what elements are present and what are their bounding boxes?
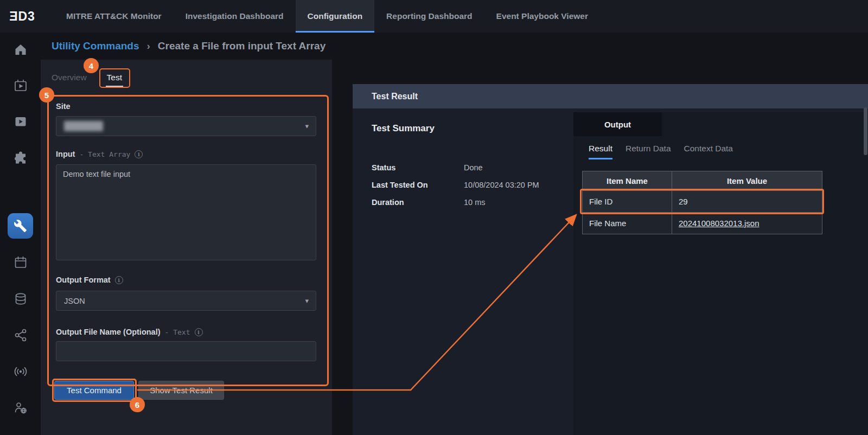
input-label: Input - Text Array i xyxy=(56,150,143,158)
file-name-name-cell: File Name xyxy=(583,213,672,234)
summary-row-last-tested: Last Tested On 10/08/2024 03:20 PM xyxy=(372,181,539,198)
tab-output[interactable]: Output xyxy=(573,112,662,136)
nav-item-investigation-dashboard[interactable]: Investigation Dashboard xyxy=(174,0,296,33)
connections-share-icon[interactable] xyxy=(12,327,29,343)
nav-item-reporting-dashboard[interactable]: Reporting Dashboard xyxy=(374,0,484,33)
sub-tab-return-data[interactable]: Return Data xyxy=(626,144,671,159)
input-type-hint: - Text Array xyxy=(79,150,130,158)
input-textarea[interactable]: Demo text file input xyxy=(56,164,316,260)
output-file-name-label: Output File Name (Optional) - Text i xyxy=(56,328,203,336)
tab-test[interactable]: Test xyxy=(106,73,123,87)
chevron-down-icon: ▾ xyxy=(305,122,309,130)
summary-row-status: Status Done xyxy=(372,163,539,181)
scrollbar-thumb[interactable] xyxy=(864,107,867,155)
table-row-file-id: File ID 29 xyxy=(583,191,822,213)
test-result-title: Test Result xyxy=(372,92,418,101)
integrations-puzzle-icon[interactable] xyxy=(12,149,29,166)
breadcrumb-separator-icon: › xyxy=(147,40,150,52)
schedule-calendar-icon[interactable] xyxy=(12,254,29,271)
result-table-header-row: Item Name Item Value xyxy=(583,171,822,191)
file-name-value-cell: 20241008032013.json xyxy=(672,213,822,234)
panel-tabs: Overview Test xyxy=(52,73,123,87)
main-nav: MITRE ATT&CK Monitor Investigation Dashb… xyxy=(54,0,600,33)
site-label: Site xyxy=(56,102,71,111)
nav-item-configuration[interactable]: Configuration xyxy=(296,0,375,33)
top-navigation: ƎD3 MITRE ATT&CK Monitor Investigation D… xyxy=(0,0,868,33)
column-header-item-name: Item Name xyxy=(583,171,672,191)
test-command-button[interactable]: Test Command xyxy=(54,381,134,400)
tab-overview[interactable]: Overview xyxy=(52,73,87,87)
column-header-item-value: Item Value xyxy=(672,171,822,191)
breadcrumb-utility-commands[interactable]: Utility Commands xyxy=(52,40,139,52)
test-summary-rows: Status Done Last Tested On 10/08/2024 03… xyxy=(372,163,539,215)
output-format-value: JSON xyxy=(64,297,85,305)
event-monitor-icon[interactable] xyxy=(12,77,29,94)
live-broadcast-icon[interactable] xyxy=(12,363,29,380)
geo-user-icon[interactable] xyxy=(12,399,29,416)
test-summary-title: Test Summary xyxy=(372,123,435,134)
nav-item-mitre-attck-monitor[interactable]: MITRE ATT&CK Monitor xyxy=(54,0,174,33)
breadcrumb: Utility Commands › Create a File from in… xyxy=(0,33,868,60)
nav-item-event-playbook-viewer[interactable]: Event Playbook Viewer xyxy=(484,0,600,33)
info-icon[interactable]: i xyxy=(135,150,143,158)
icon-sidebar xyxy=(0,33,41,435)
show-test-result-button[interactable]: Show Test Result xyxy=(138,381,224,400)
playbook-viewer-icon[interactable] xyxy=(12,113,29,130)
data-management-database-icon[interactable] xyxy=(12,290,29,307)
site-value-redacted xyxy=(64,121,103,131)
test-result-panel: Test Result Test Summary Status Done Las… xyxy=(353,84,868,435)
sub-tab-context-data[interactable]: Context Data xyxy=(684,144,733,159)
output-sub-tabs: Result Return Data Context Data xyxy=(589,144,733,159)
last-tested-value: 10/08/2024 03:20 PM xyxy=(464,181,539,189)
info-icon[interactable]: i xyxy=(195,328,203,336)
summary-row-duration: Duration 10 ms xyxy=(372,198,539,215)
home-icon[interactable] xyxy=(12,41,29,57)
output-format-dropdown[interactable]: JSON ▾ xyxy=(56,291,316,311)
command-test-panel: Overview Test Site ▾ Input - Text Array … xyxy=(41,60,332,435)
chevron-down-icon: ▾ xyxy=(305,297,309,305)
output-file-type-hint: - Text xyxy=(165,328,190,336)
info-icon[interactable]: i xyxy=(115,276,123,284)
output-region: Output Result Return Data Context Data I… xyxy=(573,112,868,435)
page-title: Create a File from input Text Array xyxy=(158,40,326,52)
output-format-label: Output Format i xyxy=(56,276,123,284)
app-root: ƎD3 MITRE ATT&CK Monitor Investigation D… xyxy=(0,0,868,435)
sub-tab-result[interactable]: Result xyxy=(589,144,612,159)
output-file-name-input[interactable] xyxy=(56,341,316,361)
d3-logo: ƎD3 xyxy=(0,0,44,33)
result-table: Item Name Item Value File ID 29 File Nam… xyxy=(582,171,822,234)
status-value: Done xyxy=(464,163,483,172)
file-id-value-cell: 29 xyxy=(672,191,822,213)
site-dropdown[interactable]: ▾ xyxy=(56,116,316,136)
file-id-name-cell: File ID xyxy=(583,191,672,213)
test-result-header: Test Result xyxy=(353,84,868,108)
file-download-link[interactable]: 20241008032013.json xyxy=(679,219,759,228)
utility-commands-wrench-icon[interactable] xyxy=(8,213,33,239)
duration-value: 10 ms xyxy=(464,198,486,207)
table-row-file-name: File Name 20241008032013.json xyxy=(583,213,822,234)
